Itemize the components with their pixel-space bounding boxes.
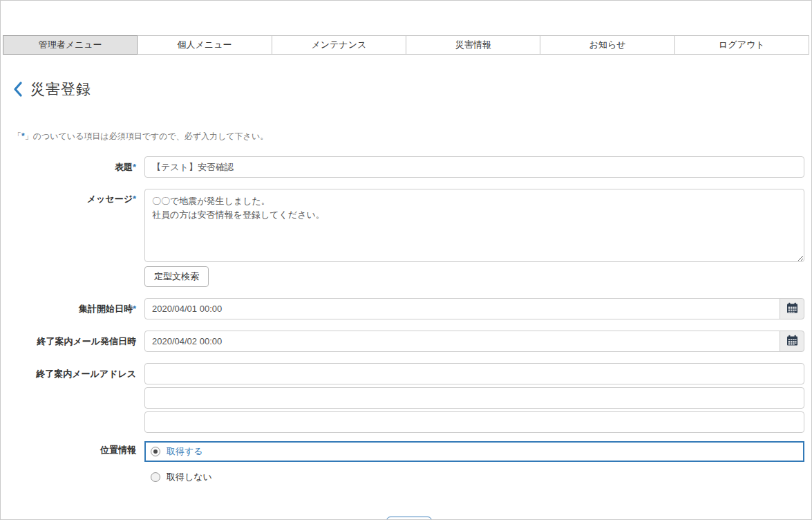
radio-option-label: 取得しない: [167, 471, 212, 483]
page-content: 災害登録 「*」のついている項目は必須項目ですので、必ず入力して下さい。 表題*…: [1, 80, 811, 520]
app-window: 管理者メニュー 個人メニュー メンテナンス 災害情報 お知らせ ログアウト 災害…: [0, 0, 812, 520]
radio-unselected-icon: [151, 472, 160, 482]
start-datetime-calendar-button[interactable]: [780, 298, 804, 319]
radio-option-label: 取得する: [167, 445, 203, 458]
start-datetime-input[interactable]: [144, 298, 780, 319]
note-text: 」のついている項目は必須項目ですので、必ず入力して下さい。: [25, 131, 269, 141]
start-datetime-label: 集計開始日時*: [13, 298, 144, 315]
row-title: 表題*: [13, 156, 804, 178]
end-mail-address-input-3[interactable]: [144, 411, 804, 433]
end-mail-datetime-label: 終了案内メール発信日時: [13, 331, 144, 348]
end-mail-datetime-input[interactable]: [144, 331, 780, 352]
tab-maintenance[interactable]: メンテナンス: [272, 35, 406, 55]
end-mail-address-input-2[interactable]: [144, 387, 804, 409]
row-end-mail-address: 終了案内メールアドレス: [13, 363, 804, 433]
tab-admin-menu[interactable]: 管理者メニュー: [3, 35, 138, 55]
calendar-icon: [786, 335, 798, 349]
end-mail-address-input-1[interactable]: [144, 363, 804, 384]
row-location: 位置情報 取得する 取得しない: [13, 440, 804, 486]
location-radio-group: 取得する 取得しない: [144, 440, 804, 486]
required-mark: *: [133, 162, 136, 172]
row-end-mail-datetime: 終了案内メール発信日時: [13, 331, 804, 352]
end-mail-datetime-calendar-button[interactable]: [780, 331, 804, 352]
back-chevron-icon[interactable]: [13, 82, 23, 97]
end-mail-address-label: 終了案内メールアドレス: [13, 363, 144, 380]
radio-option-not-acquire[interactable]: 取得しない: [144, 468, 804, 486]
page-title: 災害登録: [30, 80, 91, 99]
submit-area: 登録: [13, 517, 804, 520]
register-button[interactable]: 登録: [386, 517, 432, 520]
tab-personal-menu[interactable]: 個人メニュー: [137, 35, 272, 55]
tab-logout[interactable]: ログアウト: [674, 35, 809, 55]
location-label: 位置情報: [13, 440, 144, 456]
radio-option-acquire[interactable]: 取得する: [144, 441, 804, 462]
main-nav: 管理者メニュー 個人メニュー メンテナンス 災害情報 お知らせ ログアウト: [3, 35, 809, 55]
calendar-icon: [786, 302, 798, 316]
message-textarea[interactable]: 〇〇で地震が発生しました。 社員の方は安否情報を登録してください。: [144, 189, 804, 262]
title-row: 災害登録: [13, 80, 804, 99]
message-label: メッセージ*: [13, 189, 144, 205]
required-mark: *: [133, 304, 136, 314]
title-label: 表題*: [13, 156, 144, 174]
row-message: メッセージ* 〇〇で地震が発生しました。 社員の方は安否情報を登録してください。…: [13, 189, 804, 287]
template-search-button[interactable]: 定型文検索: [144, 266, 209, 287]
note-open: 「: [13, 131, 21, 141]
disaster-form: 表題* メッセージ* 〇〇で地震が発生しました。 社員の方は安否情報を登録してく…: [13, 156, 804, 520]
title-input[interactable]: [144, 156, 804, 178]
radio-selected-icon: [151, 447, 160, 456]
required-mark: *: [133, 194, 136, 204]
tab-disaster-info[interactable]: 災害情報: [406, 35, 540, 55]
required-note: 「*」のついている項目は必須項目ですので、必ず入力して下さい。: [13, 131, 804, 142]
header-band: [1, 1, 811, 35]
tab-notices[interactable]: お知らせ: [540, 35, 674, 55]
row-start-datetime: 集計開始日時*: [13, 298, 804, 319]
